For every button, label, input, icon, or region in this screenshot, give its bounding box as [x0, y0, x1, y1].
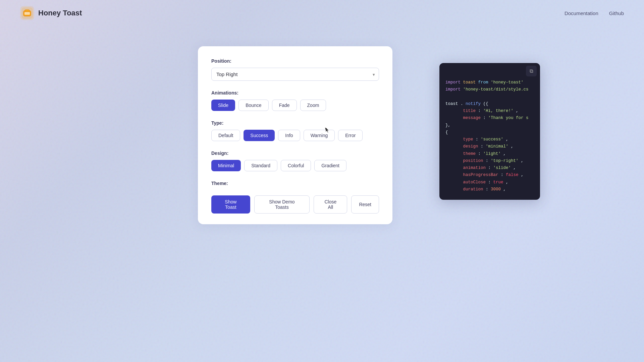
design-minimal-button[interactable]: Minimal [211, 160, 241, 171]
code-line: type : 'success' , [445, 136, 534, 143]
design-standard-button[interactable]: Standard [244, 160, 277, 171]
code-line: title : 'Hi, there!' , [445, 108, 534, 115]
code-line: { [445, 129, 534, 136]
copy-code-button[interactable]: ⧉ [526, 66, 537, 76]
animation-zoom-button[interactable]: Zoom [300, 100, 326, 111]
type-warning-button[interactable]: Warning [304, 130, 335, 141]
app-title: Honey Toast [38, 9, 82, 17]
design-colorful-button[interactable]: Colorful [281, 160, 311, 171]
code-line [445, 94, 534, 101]
design-group: Minimal Standard Colorful Gradient [211, 160, 379, 171]
show-toast-button[interactable]: Show Toast [211, 195, 250, 214]
logo-area: Honey Toast [20, 6, 82, 20]
type-default-button[interactable]: Default [211, 130, 240, 141]
design-gradient-button[interactable]: Gradient [314, 160, 346, 171]
nav: Documentation Github [565, 10, 624, 16]
svg-rect-4 [25, 10, 30, 12]
copy-icon: ⧉ [530, 68, 533, 74]
code-line: design : 'minimal' , [445, 143, 534, 150]
animations-section: Animations: Slide Bounce Fade Zoom [211, 90, 379, 111]
animation-fade-button[interactable]: Fade [272, 100, 297, 111]
close-all-button[interactable]: Close All [314, 195, 347, 214]
svg-rect-3 [24, 12, 30, 15]
code-body: import toast from 'honey-toast' import '… [439, 78, 540, 200]
main: Position: Top Right Top Left Bottom Righ… [0, 26, 644, 224]
code-line: theme : 'light' , [445, 150, 534, 158]
animations-group: Slide Bounce Fade Zoom [211, 100, 379, 111]
animation-slide-button[interactable]: Slide [211, 100, 235, 111]
type-success-button[interactable]: Success [244, 130, 275, 141]
code-line: import 'honey-toast/dist/style.cs [445, 86, 534, 93]
action-row: Show Toast Show Demo Toasts Close All Re… [211, 195, 379, 214]
position-label: Position: [211, 58, 379, 64]
code-line: import toast from 'honey-toast' [445, 79, 534, 86]
type-label: Type: [211, 120, 379, 126]
github-link[interactable]: Github [609, 10, 624, 16]
control-panel: Position: Top Right Top Left Bottom Righ… [198, 46, 392, 224]
code-line: }, [445, 122, 534, 129]
position-section: Position: Top Right Top Left Bottom Righ… [211, 58, 379, 81]
type-error-button[interactable]: Error [338, 130, 363, 141]
logo-icon [20, 6, 34, 20]
position-select-wrapper: Top Right Top Left Bottom Right Bottom L… [211, 68, 379, 81]
code-line: duration : 3000 , [445, 186, 534, 193]
type-group: Default Success Info Warning Error [211, 130, 379, 141]
code-line: hasProgressBar : false , [445, 172, 534, 179]
theme-label: Theme: [211, 181, 379, 186]
code-line: toast . notify ({ [445, 101, 534, 108]
header: Honey Toast Documentation Github [0, 0, 644, 26]
code-line: message : 'Thank you for s [445, 115, 534, 122]
animation-bounce-button[interactable]: Bounce [238, 100, 268, 111]
theme-section: Theme: [211, 181, 379, 186]
design-label: Design: [211, 150, 379, 156]
type-section: Type: Default Success Info Warning Error [211, 120, 379, 141]
code-line: position : 'top-right' , [445, 158, 534, 165]
type-info-button[interactable]: Info [278, 130, 300, 141]
code-panel: ⧉ import toast from 'honey-toast' import… [439, 63, 540, 200]
code-header: ⧉ [439, 63, 540, 78]
reset-button[interactable]: Reset [351, 195, 379, 214]
code-line: animation : 'slide' , [445, 165, 534, 172]
animations-label: Animations: [211, 90, 379, 96]
code-line: autoClose : true , [445, 179, 534, 186]
documentation-link[interactable]: Documentation [565, 10, 598, 16]
design-section: Design: Minimal Standard Colorful Gradie… [211, 150, 379, 171]
show-demo-toasts-button[interactable]: Show Demo Toasts [254, 195, 310, 214]
position-select[interactable]: Top Right Top Left Bottom Right Bottom L… [211, 68, 379, 81]
